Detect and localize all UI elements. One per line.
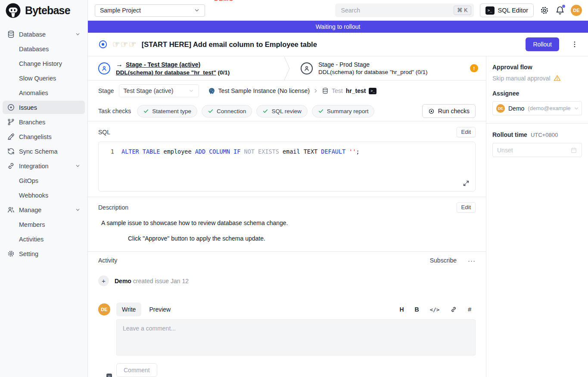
- sidebar-item-label: Manage: [19, 207, 41, 213]
- subscribe-button[interactable]: Subscribe: [430, 257, 457, 264]
- comment-submit-button[interactable]: Comment: [116, 363, 157, 377]
- check-pill-connection[interactable]: Connection: [202, 105, 252, 117]
- code-icon[interactable]: </>: [430, 306, 440, 313]
- assignee-title: Assignee: [492, 90, 582, 97]
- sidebar-item-label: Activities: [19, 236, 44, 243]
- comment-textarea[interactable]: [116, 319, 476, 355]
- user-avatar[interactable]: DE: [571, 5, 582, 16]
- activity-title: Activity: [98, 257, 117, 264]
- changelist-icon: [7, 133, 15, 141]
- heading-icon[interactable]: H: [399, 306, 404, 313]
- sidebar-item-anomalies[interactable]: Anomalies: [3, 86, 85, 99]
- rollout-time-head: Rollout time UTC+0800: [492, 131, 582, 138]
- project-select-value: Sample Project: [100, 7, 141, 14]
- app: Bytebase Database Databases Change Histo…: [0, 0, 588, 377]
- sql-section-title: SQL: [98, 129, 110, 136]
- sidebar-item-webhooks[interactable]: Webhooks: [3, 188, 85, 202]
- sidebar-item-label: Anomalies: [19, 90, 48, 96]
- check-label: Summary report: [327, 108, 369, 114]
- activity-actor[interactable]: Demo: [115, 278, 131, 284]
- project-select[interactable]: Sample Project: [95, 4, 205, 17]
- sidebar-item-label: Database: [19, 31, 46, 38]
- kebab-menu-icon[interactable]: [571, 40, 579, 48]
- sidebar-item-slow-queries[interactable]: Slow Queries: [3, 71, 85, 85]
- sidebar-item-issues[interactable]: Issues: [3, 101, 85, 114]
- search-shortcut-kbd: ⌘ K: [454, 6, 471, 15]
- search-input[interactable]: [340, 6, 451, 14]
- brand-name: Bytebase: [25, 4, 70, 17]
- sidebar-item-manage[interactable]: Manage: [3, 203, 85, 216]
- check-pill-sql-review[interactable]: SQL review: [256, 105, 307, 117]
- assignee-email: (demo@example: [528, 105, 572, 111]
- expand-icon[interactable]: [463, 180, 470, 187]
- check-label: Statement type: [152, 108, 191, 114]
- assignee-select[interactable]: DE Demo (demo@example: [492, 101, 582, 115]
- description-paragraph: Click "Approve" button to apply the sche…: [128, 235, 476, 242]
- sidebar-item-label: Issues: [19, 104, 37, 111]
- sidebar-item-databases[interactable]: Databases: [3, 42, 85, 56]
- link-icon[interactable]: [450, 306, 457, 313]
- sidebar: Bytebase Database Databases Change Histo…: [0, 0, 88, 377]
- sql-edit-button[interactable]: Edit: [457, 127, 476, 137]
- sidebar-item-members[interactable]: Members: [3, 218, 85, 231]
- sidebar-item-branches[interactable]: Branches: [3, 115, 85, 129]
- comment-bubble-icon: [106, 374, 112, 377]
- stage-card-prod[interactable]: Stage - Prod Stage DDL(schema) for datab…: [290, 56, 486, 80]
- tab-write[interactable]: Write: [116, 303, 141, 316]
- sync-icon: [7, 147, 15, 155]
- line-number: 1: [99, 147, 114, 156]
- stage-select-dropdown[interactable]: Test Stage (active): [119, 84, 199, 97]
- brand-logo[interactable]: Bytebase: [0, 0, 87, 21]
- search-box[interactable]: ⌘ K: [335, 3, 474, 17]
- sql-section: SQL Edit 1 ALTER TABLE employee ADD COLU…: [88, 121, 486, 197]
- stage-name: Stage - Prod Stage: [318, 61, 370, 68]
- sidebar-item-sync-schema[interactable]: Sync Schema: [3, 145, 85, 158]
- more-menu-icon[interactable]: ···: [468, 257, 476, 264]
- hash-icon[interactable]: #: [468, 306, 471, 313]
- settings-gear-icon[interactable]: [540, 6, 549, 15]
- users-icon: [7, 206, 15, 214]
- sidebar-item-setting[interactable]: Setting: [3, 247, 85, 260]
- chevron-down-icon: [75, 31, 81, 37]
- check-pill-summary-report[interactable]: Summary report: [312, 105, 375, 117]
- link-icon: [7, 162, 15, 170]
- warning-triangle-icon: [554, 74, 561, 82]
- rollout-button[interactable]: Rollout: [526, 37, 559, 51]
- sidebar-item-label: Setting: [19, 250, 38, 257]
- stage-task: DDL(schema) for database "hr_test": [116, 69, 216, 76]
- description-edit-button[interactable]: Edit: [457, 202, 476, 213]
- bold-icon[interactable]: B: [415, 306, 419, 313]
- sidebar-item-gitops[interactable]: GitOps: [3, 174, 85, 187]
- rollout-timezone: UTC+0800: [531, 132, 558, 138]
- instance-name[interactable]: Test Sample Instance (No license): [218, 87, 310, 94]
- sidebar-item-integration[interactable]: Integration: [3, 159, 85, 173]
- stage-person-icon: [301, 62, 313, 74]
- sidebar-item-changelists[interactable]: Changelists: [3, 130, 85, 143]
- check-icon: [262, 108, 268, 114]
- database-name[interactable]: hr_test: [346, 87, 366, 94]
- database-icon: [322, 87, 329, 94]
- open-in-sql-editor-icon[interactable]: >_: [369, 88, 376, 94]
- rollout-time-picker[interactable]: Unset: [492, 143, 582, 157]
- notification-bell-icon[interactable]: [555, 6, 565, 15]
- run-checks-button[interactable]: Run checks: [422, 104, 476, 118]
- pointer-emoji: ☞☞☞: [112, 40, 137, 49]
- sidebar-item-change-history[interactable]: Change History: [3, 57, 85, 70]
- stage-text: → Stage - Test Stage (active) DDL(schema…: [116, 61, 230, 76]
- check-icon: [143, 108, 149, 114]
- sidebar-item-label: GitOps: [19, 177, 38, 184]
- stage-cards: → Stage - Test Stage (active) DDL(schema…: [88, 56, 486, 80]
- check-pill-statement-type[interactable]: Statement type: [137, 105, 197, 117]
- environment-name: Test: [332, 87, 343, 94]
- active-stage-arrow: →: [116, 61, 123, 68]
- sql-editor-button[interactable]: >_ SQL Editor: [480, 3, 534, 17]
- content: → Stage - Test Stage (active) DDL(schema…: [88, 56, 486, 377]
- sql-code-editor[interactable]: 1 ALTER TABLE employee ADD COLUMN IF NOT…: [98, 142, 476, 192]
- stage-card-test[interactable]: → Stage - Test Stage (active) DDL(schema…: [88, 56, 283, 80]
- tab-preview[interactable]: Preview: [143, 303, 176, 316]
- divider: [486, 123, 588, 124]
- sidebar-item-database[interactable]: Database: [3, 28, 85, 41]
- issue-title: [START HERE] Add email column to Employe…: [142, 40, 317, 49]
- main: Sample Project ⌘ K >_ SQL Editor DE Wait…: [88, 0, 588, 377]
- sidebar-item-activities[interactable]: Activities: [3, 232, 85, 246]
